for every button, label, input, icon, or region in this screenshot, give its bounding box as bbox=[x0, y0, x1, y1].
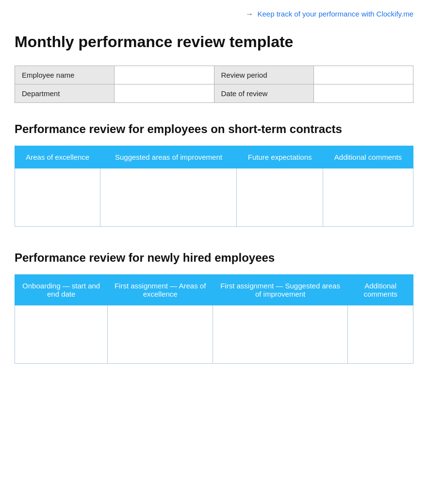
table-row[interactable] bbox=[237, 168, 323, 227]
table-row[interactable] bbox=[108, 305, 213, 364]
info-value[interactable] bbox=[313, 66, 413, 84]
table-header-cell: First assignment — Areas of excellence bbox=[108, 275, 213, 305]
table-row[interactable] bbox=[213, 305, 347, 364]
table-row[interactable] bbox=[15, 305, 108, 364]
table-header-cell: Onboarding — start and end date bbox=[15, 275, 108, 305]
section-title-newly-hired: Performance review for newly hired emplo… bbox=[15, 251, 413, 265]
info-label: Employee name bbox=[15, 66, 115, 84]
review-table-newly-hired: Onboarding — start and end dateFirst ass… bbox=[15, 274, 413, 364]
table-row[interactable] bbox=[15, 168, 100, 227]
top-link-row: → Keep track of your performance with Cl… bbox=[15, 10, 413, 18]
page-title: Monthly performance review template bbox=[15, 33, 413, 51]
info-value[interactable] bbox=[115, 84, 214, 103]
info-label: Review period bbox=[214, 66, 313, 84]
table-header-cell: Suggested areas of improvement bbox=[100, 146, 237, 168]
table-row[interactable] bbox=[100, 168, 237, 227]
clockify-link[interactable]: Keep track of your performance with Cloc… bbox=[257, 10, 413, 18]
table-header-cell: Additional comments bbox=[323, 146, 413, 168]
table-row[interactable] bbox=[348, 305, 413, 364]
table-header-cell: Additional comments bbox=[348, 275, 413, 305]
info-label: Date of review bbox=[214, 84, 313, 103]
arrow-icon: → bbox=[246, 10, 253, 18]
info-label: Department bbox=[15, 84, 115, 103]
info-table: Employee nameReview periodDepartmentDate… bbox=[15, 66, 413, 103]
info-value[interactable] bbox=[313, 84, 413, 103]
table-header-cell: Future expectations bbox=[237, 146, 323, 168]
section-title-short-term: Performance review for employees on shor… bbox=[15, 122, 413, 136]
table-row[interactable] bbox=[323, 168, 413, 227]
info-value[interactable] bbox=[115, 66, 214, 84]
table-header-cell: First assignment — Suggested areas of im… bbox=[213, 275, 347, 305]
table-header-cell: Areas of excellence bbox=[15, 146, 100, 168]
review-table-short-term: Areas of excellenceSuggested areas of im… bbox=[15, 146, 413, 227]
